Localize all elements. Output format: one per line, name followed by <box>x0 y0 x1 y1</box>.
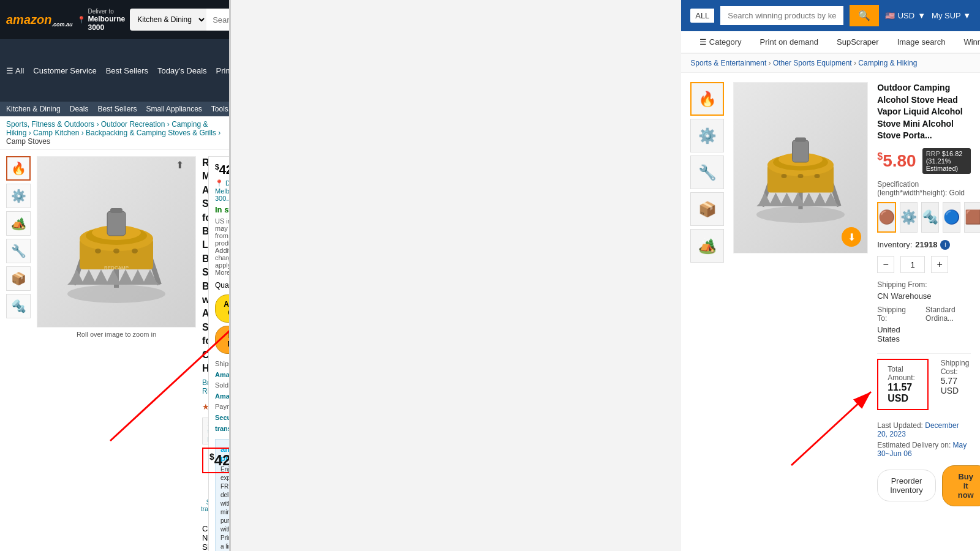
supplier-main-image: ⬇ <box>733 82 868 253</box>
share-button[interactable]: ⬆ <box>176 159 184 171</box>
qty-increase-button[interactable]: + <box>931 256 948 273</box>
nav-winning-product[interactable]: Winning product <box>954 31 980 53</box>
shipping-type-section: Standard Ordina... <box>925 305 971 325</box>
svg-point-31 <box>815 174 820 178</box>
inventory-info-icon[interactable]: i <box>940 240 950 250</box>
thumbnail-1[interactable]: 🔥 <box>6 156 31 181</box>
sup-thumbnail-2[interactable]: ⚙️ <box>690 119 724 152</box>
buybox-price: $4268 <box>215 163 231 177</box>
nav-image-search[interactable]: Image search <box>888 31 955 53</box>
supplier-search-input[interactable] <box>720 6 843 25</box>
cat-small-appliances[interactable]: Small Appliances <box>146 105 202 113</box>
cat-bestsellers[interactable]: Best Sellers <box>97 105 137 113</box>
total-amount-value: 11.57 USD <box>888 382 918 404</box>
swatch-gold[interactable]: 🟤 <box>877 202 896 233</box>
total-amount-label: Total Amount: <box>888 365 918 382</box>
zoom-hint: Roll over image to zoom in <box>37 331 196 338</box>
amazon-search-bar[interactable]: Kitchen & Dining 🔍 <box>130 9 231 31</box>
supplier-price: $5.80 <box>877 151 916 171</box>
swatch-blue[interactable]: 🔵 <box>943 202 960 233</box>
sup-thumbnail-4[interactable]: 📦 <box>690 192 724 226</box>
search-category-select[interactable]: Kitchen & Dining <box>130 9 206 31</box>
supplier-product-svg <box>745 107 856 229</box>
shipping-to-label: Shipping To: <box>877 305 913 323</box>
nav-supscraper[interactable]: SupScraper <box>827 31 888 53</box>
supplier-panel: ALL 🔍 🇺🇸 USD ▼ My SUP ▼ ☰ Category Print… <box>681 0 980 551</box>
supplier-search-button[interactable]: 🔍 <box>850 5 879 26</box>
amazon-product-area: 🔥 ⚙️ 🏕️ 🔧 📦 🔩 ⬆ <box>0 150 229 551</box>
shipping-type-label: Standard Ordina... <box>925 305 971 323</box>
thumbnail-6[interactable]: 🔩 <box>6 294 31 318</box>
last-updated: Last Updated: December 20, 2023 <box>877 421 971 438</box>
nav-prime[interactable]: Prime ▼ <box>216 66 232 75</box>
buybox-instock: In stock <box>215 205 231 214</box>
search-all-button[interactable]: ALL <box>690 9 714 23</box>
thumbnail-4[interactable]: 🔧 <box>6 239 31 263</box>
supplier-price-row: $5.80 RRP $16.82 (31.21% Estimated) <box>877 148 971 174</box>
cat-deals[interactable]: Deals <box>70 105 89 113</box>
svg-text:REDCAMP: REDCAMP <box>104 265 129 271</box>
nav-todays-deals[interactable]: Today's Deals <box>157 66 207 75</box>
cat-kitchen[interactable]: Kitchen & Dining <box>6 105 61 113</box>
nav-best-sellers[interactable]: Best Sellers <box>106 66 148 75</box>
nav-all[interactable]: ☰ All <box>6 66 24 75</box>
sup-thumbnail-3[interactable]: 🔧 <box>690 156 724 189</box>
supplier-action-buttons: Preorder Inventory Buy it now <box>877 465 971 506</box>
buybox-notice: US imports may differ from local product… <box>215 217 231 276</box>
shipping-to-section: Shipping To: United States <box>877 305 913 348</box>
download-images-button[interactable]: ⬇ <box>842 227 861 247</box>
deliver-to[interactable]: 📍 Deliver to Melbourne 3000 <box>77 8 125 32</box>
ships-from-info: Ships from Amazon US Sold by Amazon US P… <box>215 359 231 434</box>
buy-now-button[interactable]: Buy Now <box>215 326 231 354</box>
cat-tools[interactable]: Tools, Gadgets & Barware <box>211 105 229 113</box>
amazon-header: amazon.com.au 📍 Deliver to Melbourne 300… <box>0 0 229 39</box>
thumbnail-2[interactable]: ⚙️ <box>6 184 31 208</box>
shipping-from-value: CN Warehouse <box>877 291 971 301</box>
supplier-buynow-button[interactable]: Buy it now <box>942 465 980 506</box>
nav-category[interactable]: ☰ Category <box>690 31 750 53</box>
sup-thumbnail-1[interactable]: 🔥 <box>690 82 724 116</box>
rrp-badge: RRP $16.82 (31.21% Estimated) <box>922 148 971 174</box>
shipping-cost-label: Shipping Cost: <box>941 359 971 376</box>
quantity-row: − 1 + <box>877 256 971 273</box>
supplier-thumbnails: 🔥 ⚙️ 🔧 📦 🏕️ <box>690 82 724 506</box>
my-sup-menu[interactable]: My SUP ▼ <box>932 11 971 20</box>
swatch-dark[interactable]: 🔩 <box>921 202 939 233</box>
currency-selector[interactable]: 🇺🇸 USD ▼ <box>885 11 925 20</box>
swatch-brown[interactable]: 🟫 <box>964 202 980 233</box>
supplier-image-container: ⬇ <box>733 82 868 506</box>
sup-thumbnail-5[interactable]: 🏕️ <box>690 229 724 263</box>
search-input[interactable] <box>206 9 231 31</box>
main-image-container: ⬆ <box>37 156 196 551</box>
svg-rect-10 <box>107 211 126 236</box>
spec-swatches: 🟤 ⚙️ 🔩 🔵 🟫 <box>877 202 971 233</box>
thumbnail-3[interactable]: 🏕️ <box>6 211 31 236</box>
nav-print-on-demand[interactable]: Print on demand <box>751 31 827 53</box>
quantity-row: Quantity: 1 <box>215 281 231 290</box>
supplier-product-details: Outdoor Camping Alcohol Stove Head Vapor… <box>877 82 971 506</box>
add-to-cart-button[interactable]: Add to Cart <box>215 294 231 323</box>
breadcrumb: Sports, Fitness & Outdoors › Outdoor Rec… <box>0 116 229 150</box>
supplier-header: ALL 🔍 🇺🇸 USD ▼ My SUP ▼ <box>681 0 980 31</box>
shipping-from-label: Shipping From: <box>877 280 971 289</box>
supplier-breadcrumb: Sports & Entertainment › Other Sports Eq… <box>681 54 980 73</box>
shipping-cost-value: 5.77 USD <box>941 376 971 395</box>
product-svg: REDCAMP <box>55 174 178 309</box>
qty-value: 1 <box>900 256 925 273</box>
preorder-inventory-button[interactable]: Preorder Inventory <box>877 470 935 501</box>
swatch-silver[interactable]: ⚙️ <box>900 202 918 233</box>
product-price: $4268 <box>209 452 231 468</box>
product-price-box: $4268 <box>202 448 231 473</box>
divider <box>877 353 971 354</box>
total-cost-row: Total Amount: 11.57 USD Shipping Cost: 5… <box>877 359 971 416</box>
total-amount-box: Total Amount: 11.57 USD <box>877 359 928 410</box>
buybox-deliver[interactable]: 📍 Deliver to Melbourne 300... <box>215 179 231 202</box>
supplier-main-content: 🔥 ⚙️ 🔧 📦 🏕️ <box>681 73 980 515</box>
amazon-category-bar: Kitchen & Dining Deals Best Sellers Smal… <box>0 102 229 116</box>
svg-rect-29 <box>795 138 806 142</box>
nav-customer-service[interactable]: Customer Service <box>33 66 96 75</box>
shipping-to-value: United States <box>877 325 913 343</box>
amazon-logo[interactable]: amazon.com.au <box>6 12 72 28</box>
qty-decrease-button[interactable]: − <box>877 256 894 273</box>
thumbnail-5[interactable]: 📦 <box>6 266 31 291</box>
